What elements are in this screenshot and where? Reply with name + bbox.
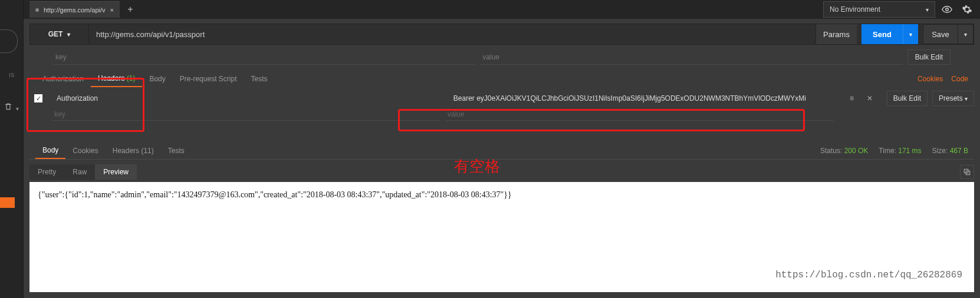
params-button[interactable]: Params: [815, 24, 857, 44]
size-value: 467 B: [950, 147, 968, 155]
environment-selected: No Environment: [830, 5, 880, 14]
header-ghost-key[interactable]: key: [52, 108, 440, 121]
tab-title: http://gems.com/api/v: [44, 6, 106, 14]
presets-label: Presets: [939, 94, 963, 102]
time-label: Time:: [879, 147, 896, 155]
request-tab[interactable]: http://gems.com/api/v ×: [29, 1, 120, 18]
request-bar: GET ▾ http://gems.com/api/v1/passport Pa…: [29, 24, 974, 45]
view-mode-tabs: Pretty Raw Preview: [29, 164, 974, 180]
request-section-tabs: Authorization Headers (1) Body Pre-reque…: [29, 71, 974, 87]
bulk-edit-headers-button[interactable]: Bulk Edit: [887, 91, 928, 106]
response-meta: Status: 200 OK Time: 171 ms Size: 467 B: [820, 147, 968, 155]
header-row: ✓ Authorization Bearer eyJ0eXAiOiJKV1QiL…: [29, 90, 974, 107]
svg-point-0: [946, 8, 949, 11]
tab-headers[interactable]: Headers (1): [91, 71, 142, 87]
send-button[interactable]: Send: [861, 24, 903, 44]
environment-select[interactable]: No Environment ▾: [823, 1, 935, 18]
response-section-tabs: Body Cookies Headers (11) Tests Status: …: [29, 143, 974, 160]
method-select[interactable]: GET ▾: [30, 24, 89, 44]
eye-icon[interactable]: [939, 1, 955, 18]
gear-icon[interactable]: [959, 1, 975, 18]
resp-tab-body[interactable]: Body: [35, 143, 65, 159]
sidebar-label: ıs: [9, 71, 14, 79]
sidebar-active-marker: [0, 197, 15, 208]
tab-body[interactable]: Body: [142, 71, 172, 87]
status-value: 200 OK: [844, 147, 869, 155]
param-value-input[interactable]: value: [480, 49, 902, 65]
bulk-edit-button[interactable]: Bulk Edit: [907, 49, 951, 65]
view-raw[interactable]: Raw: [64, 164, 95, 180]
save-dropdown[interactable]: ▾: [958, 24, 974, 44]
view-pretty[interactable]: Pretty: [29, 164, 64, 180]
headers-count: (1): [127, 74, 136, 82]
close-icon[interactable]: ×: [110, 6, 114, 14]
code-link[interactable]: Code: [951, 75, 968, 83]
tab-headers-label: Headers: [98, 74, 124, 82]
tab-prerequest[interactable]: Pre-request Script: [173, 71, 244, 87]
copy-icon[interactable]: [960, 165, 974, 179]
resp-tab-tests[interactable]: Tests: [161, 143, 192, 158]
annotation-text: 有空格: [454, 156, 500, 177]
resp-headers-count: (11): [141, 147, 153, 155]
save-button[interactable]: Save: [923, 24, 958, 44]
header-key-input[interactable]: Authorization: [52, 94, 444, 102]
resp-tab-headers-label: Headers: [113, 147, 139, 155]
header-checkbox[interactable]: ✓: [34, 94, 42, 102]
param-key-input[interactable]: key: [53, 49, 475, 65]
time-value: 171 ms: [898, 147, 921, 155]
header-value-input[interactable]: Bearer eyJ0eXAiOiJKV1QiLCJhbGciOiJSUzI1N…: [449, 94, 841, 102]
trash-icon[interactable]: ▾: [4, 102, 19, 113]
status-label: Status:: [820, 147, 842, 155]
chevron-down-icon: ▾: [67, 31, 70, 38]
tab-authorization[interactable]: Authorization: [35, 71, 91, 87]
resp-tab-cookies[interactable]: Cookies: [65, 143, 105, 158]
tabbar: http://gems.com/api/v × + No Environment…: [24, 0, 980, 19]
view-preview[interactable]: Preview: [95, 164, 137, 180]
params-kv-row: key value Bulk Edit: [29, 49, 974, 65]
send-dropdown[interactable]: ▾: [903, 24, 918, 44]
tab-dirty-dot: [35, 8, 39, 12]
header-ghost-row: key value: [29, 107, 974, 121]
presets-button[interactable]: Presets ▾: [932, 91, 974, 106]
reorder-icon[interactable]: ≡: [846, 92, 859, 105]
headers-area: ✓ Authorization Bearer eyJ0eXAiOiJKV1QiL…: [29, 90, 974, 121]
cookies-link[interactable]: Cookies: [917, 75, 943, 83]
method-label: GET: [48, 30, 63, 38]
chevron-down-icon: ▾: [926, 6, 929, 13]
tab-tests[interactable]: Tests: [244, 71, 274, 87]
size-label: Size:: [932, 147, 948, 155]
watermark: https://blog.csdn.net/qq_26282869: [775, 270, 962, 280]
sidebar: ıs ▾: [0, 0, 24, 298]
delete-row-icon[interactable]: ✕: [863, 92, 876, 105]
resp-tab-headers[interactable]: Headers (11): [106, 143, 161, 158]
url-input[interactable]: http://gems.com/api/v1/passport: [89, 24, 815, 44]
add-tab-button[interactable]: +: [122, 1, 139, 18]
header-ghost-value[interactable]: value: [445, 108, 834, 121]
sidebar-shape: [0, 29, 18, 53]
